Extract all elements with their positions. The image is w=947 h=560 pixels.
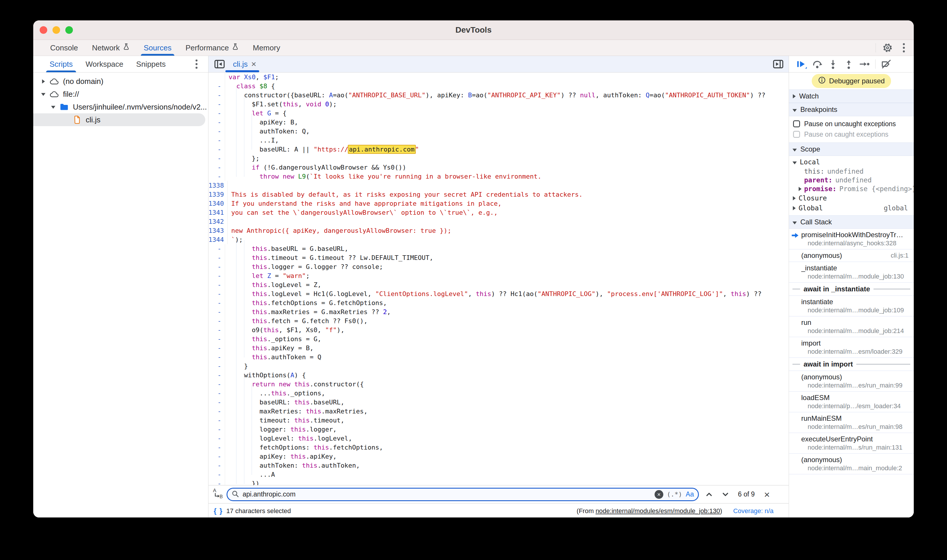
line-gutter[interactable]: 1340 xyxy=(208,199,228,208)
line-gutter[interactable]: - xyxy=(208,244,225,253)
call-stack-frame-anonymous[interactable]: (anonymous)cli.js:1 xyxy=(789,249,914,262)
scope-property[interactable]: promise:Promise {<pending>} xyxy=(789,185,914,193)
line-gutter[interactable]: - xyxy=(208,452,225,461)
line-gutter[interactable]: - xyxy=(208,479,225,485)
coverage-link[interactable]: Coverage: n/a xyxy=(733,507,774,515)
step-over-button[interactable] xyxy=(810,58,825,71)
breakpoint-option-pause-on-caught-exceptions[interactable]: Pause on caught exceptions xyxy=(789,129,914,140)
source-origin-link[interactable]: node:internal/modules/esm/module_job:130 xyxy=(596,507,720,515)
zoom-window-button[interactable] xyxy=(65,26,73,34)
line-gutter[interactable]: - xyxy=(208,280,225,289)
line-gutter[interactable]: - xyxy=(208,118,225,127)
call-stack-frame-instantiate[interactable]: _instantiatenode:internal/m…module_job:1… xyxy=(789,262,914,283)
line-gutter[interactable]: - xyxy=(208,109,225,118)
line-gutter[interactable]: - xyxy=(208,325,225,334)
close-window-button[interactable] xyxy=(40,26,47,34)
navigator-tab-workspace[interactable]: Workspace xyxy=(79,56,130,72)
navigator-more-kebab-icon[interactable] xyxy=(190,58,204,71)
scope-group-local[interactable]: Local xyxy=(789,157,914,167)
line-gutter[interactable]: - xyxy=(208,82,225,91)
line-gutter[interactable]: 1343 xyxy=(208,226,228,235)
line-gutter[interactable] xyxy=(208,72,225,82)
tree-item-file[interactable]: file:// xyxy=(33,88,208,100)
minimize-window-button[interactable] xyxy=(52,26,60,34)
scope-group-closure[interactable]: Closure xyxy=(789,193,914,203)
collapsed-triangle-icon[interactable] xyxy=(793,194,796,202)
close-search-icon[interactable]: × xyxy=(764,489,770,499)
step-button[interactable] xyxy=(857,58,872,71)
section-scope[interactable]: Scope xyxy=(789,143,914,156)
scope-property[interactable]: parent:undefined xyxy=(789,176,914,185)
scope-property[interactable]: this:undefined xyxy=(789,167,914,176)
line-gutter[interactable]: - xyxy=(208,416,225,425)
call-stack-frame-runmainesm[interactable]: runMainESMnode:internal/m…es/run_main:98 xyxy=(789,412,914,433)
line-gutter[interactable]: - xyxy=(208,289,225,298)
tree-item-no-domain[interactable]: (no domain) xyxy=(33,75,208,88)
step-into-button[interactable] xyxy=(826,58,840,71)
call-stack-frame-run[interactable]: runnode:internal/m…module_job:214 xyxy=(789,317,914,337)
section-call-stack[interactable]: Call Stack xyxy=(789,215,914,229)
pretty-print-icon[interactable]: { } xyxy=(214,507,223,515)
resume-script-button[interactable] xyxy=(794,58,809,71)
line-gutter[interactable]: - xyxy=(208,425,225,434)
line-gutter[interactable]: - xyxy=(208,343,225,352)
search-input[interactable]: api.anthropic.com × (.*) Aa xyxy=(227,488,699,501)
line-gutter[interactable]: - xyxy=(208,362,225,371)
line-gutter[interactable]: - xyxy=(208,389,225,398)
step-out-button[interactable] xyxy=(841,58,856,71)
section-breakpoints[interactable]: Breakpoints xyxy=(789,103,914,116)
line-gutter[interactable]: - xyxy=(208,154,225,163)
line-gutter[interactable]: 1342 xyxy=(208,217,228,226)
line-gutter[interactable]: 1341 xyxy=(208,208,228,217)
call-stack-frame-executeuserentrypoint[interactable]: executeUserEntryPointnode:internal/m…s/r… xyxy=(789,433,914,454)
line-gutter[interactable]: - xyxy=(208,352,225,362)
breakpoint-option-pause-on-uncaught-exceptions[interactable]: Pause on uncaught exceptions xyxy=(789,118,914,129)
call-stack-frame-anonymous[interactable]: (anonymous)node:internal/m…main_module:2 xyxy=(789,454,914,474)
scope-group-global[interactable]: Globalglobal xyxy=(789,203,914,213)
file-tab-cli-js[interactable]: cli.js × xyxy=(233,60,256,69)
line-gutter[interactable]: - xyxy=(208,298,225,308)
call-stack-frame-import[interactable]: importnode:internal/m…esm/loader:329 xyxy=(789,337,914,358)
clear-search-icon[interactable]: × xyxy=(655,490,663,499)
code-area[interactable]: var Xs0, $F1;- class $8 {- constructor({… xyxy=(208,72,789,485)
checkbox-unchecked[interactable] xyxy=(793,131,800,138)
line-gutter[interactable]: - xyxy=(208,163,225,172)
line-gutter[interactable]: - xyxy=(208,334,225,343)
call-stack-frame-loadesm[interactable]: loadESMnode:internal/p…/esm_loader:34 xyxy=(789,392,914,412)
hide-navigator-icon[interactable] xyxy=(214,60,225,69)
line-gutter[interactable]: - xyxy=(208,398,225,407)
tab-sources[interactable]: Sources xyxy=(137,40,179,55)
line-gutter[interactable]: - xyxy=(208,172,225,181)
line-gutter[interactable]: - xyxy=(208,434,225,443)
expander-down-icon[interactable] xyxy=(39,93,48,96)
navigator-tab-snippets[interactable]: Snippets xyxy=(130,56,172,72)
expanded-triangle-icon[interactable] xyxy=(793,158,797,166)
collapsed-triangle-icon[interactable] xyxy=(793,204,796,212)
tab-console[interactable]: Console xyxy=(43,40,85,55)
line-gutter[interactable]: - xyxy=(208,308,225,317)
hide-debugger-sidebar-icon[interactable] xyxy=(773,60,784,69)
line-gutter[interactable]: - xyxy=(208,470,225,479)
deactivate-breakpoints-button[interactable] xyxy=(879,58,894,71)
line-gutter[interactable]: - xyxy=(208,407,225,416)
tree-item-users-jinhuilee-nvm-versions-node-v2[interactable]: Users/jinhuilee/.nvm/versions/node/v2... xyxy=(33,100,208,113)
regex-toggle[interactable]: (.*) xyxy=(667,491,682,498)
line-gutter[interactable]: 1344 xyxy=(208,235,228,244)
line-gutter[interactable]: - xyxy=(208,145,225,154)
match-case-toggle[interactable]: Aa xyxy=(686,490,694,498)
line-gutter[interactable]: - xyxy=(208,461,225,470)
line-gutter[interactable]: 1338 xyxy=(208,181,228,190)
replace-toggle-icon[interactable]: AB xyxy=(213,488,222,501)
call-stack-frame-instantiate[interactable]: instantiatenode:internal/m…module_job:10… xyxy=(789,296,914,317)
line-gutter[interactable]: - xyxy=(208,136,225,145)
line-gutter[interactable]: - xyxy=(208,100,225,109)
line-gutter[interactable]: - xyxy=(208,253,225,262)
line-gutter[interactable]: - xyxy=(208,443,225,452)
next-match-icon[interactable] xyxy=(719,488,731,500)
expander-down-icon[interactable] xyxy=(48,106,58,109)
more-options-kebab-icon[interactable] xyxy=(897,42,911,54)
line-gutter[interactable]: - xyxy=(208,91,225,100)
line-gutter[interactable]: - xyxy=(208,262,225,271)
tree-item-cli-js[interactable]: cli.js xyxy=(33,113,205,126)
line-gutter[interactable]: - xyxy=(208,371,225,380)
